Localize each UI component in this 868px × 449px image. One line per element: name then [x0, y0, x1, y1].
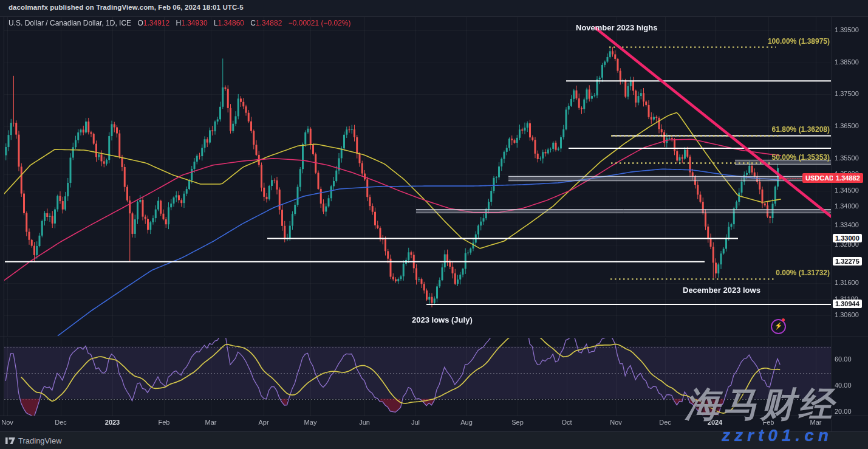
- time-axis-month-label: Dec: [55, 419, 67, 426]
- time-axis-month-label: Oct: [561, 419, 572, 426]
- price-axis-label: 1.30600: [835, 311, 859, 318]
- symbol-legend: U.S. Dollar / Canadian Dollar, 1D, ICE O…: [9, 19, 351, 27]
- rsi-axis-label: 60.00: [835, 355, 852, 363]
- price-axis-label: 1.35500: [835, 154, 859, 162]
- price-scale-border: [832, 17, 832, 431]
- price-line-badge: 1.32275: [833, 257, 862, 266]
- last-price-symbol-badge: USDCAD: [802, 173, 837, 183]
- price-axis-label: 1.36500: [835, 122, 859, 129]
- time-axis-year-label: 2023: [105, 419, 120, 426]
- price-axis-label: 1.34500: [835, 187, 859, 194]
- time-axis-month-label: Apr: [258, 419, 268, 426]
- price-axis-label: 1.33400: [835, 221, 859, 228]
- fib-level-label: 50.00% (1.35353): [607, 153, 830, 162]
- high-label: H: [176, 19, 182, 27]
- open-label: O: [137, 19, 143, 27]
- time-axis-month-label: Jun: [359, 419, 370, 426]
- fib-level-label: 61.80% (1.36208): [607, 125, 830, 134]
- price-axis-label: 1.39500: [835, 26, 859, 33]
- publish-text: dacolmanfx published on TradingView.com,…: [9, 4, 244, 11]
- time-axis-month-label: Feb: [159, 419, 170, 426]
- watermark-cn: 海马财经: [685, 382, 867, 428]
- pane-left-border: [4, 17, 4, 416]
- open-value: 1.34912: [143, 19, 169, 27]
- time-axis-month-label: Jul: [411, 419, 420, 426]
- price-line-badge: 1.33000: [833, 234, 862, 242]
- time-axis-month-label: Dec: [659, 419, 671, 426]
- last-price-value-badge: 1.34882: [833, 173, 863, 183]
- fib-level-label: 100.00% (1.38975): [607, 37, 830, 46]
- time-axis-month-label: Aug: [460, 419, 473, 426]
- high-value: 1.34930: [181, 19, 207, 27]
- price-axis-label: 1.34000: [835, 202, 859, 210]
- change-value: −0.00021 (−0.02%): [289, 19, 351, 27]
- symbol-title: U.S. Dollar / Canadian Dollar, 1D, ICE: [9, 19, 131, 27]
- low-value: 1.34860: [218, 19, 244, 27]
- price-axis-label: 1.38500: [835, 58, 859, 66]
- lightning-red-dot: [782, 318, 785, 321]
- tradingview-brand-link[interactable]: TradingView: [18, 436, 62, 445]
- close-label: C: [250, 19, 256, 27]
- annotation-2023-lows-july: 2023 lows (July): [412, 315, 473, 324]
- price-axis-label: 1.37500: [835, 90, 859, 97]
- annotation-december-2023-lows: December 2023 lows: [683, 286, 760, 295]
- fib-level-label: 0.00% (1.31732): [607, 269, 830, 277]
- price-axis-label: 1.31600: [835, 279, 859, 286]
- price-line-badge: 1.30944: [833, 300, 862, 308]
- pane-separator[interactable]: [0, 337, 868, 337]
- time-axis-month-label: Nov: [610, 419, 622, 426]
- lightning-bolt-glyph: ⚡: [774, 322, 783, 329]
- annotation-november-2023-highs: November 2023 highs: [576, 23, 657, 32]
- tradingview-logo-icon[interactable]: [5, 436, 16, 445]
- watermark-url: zzrt01.cn: [722, 426, 833, 445]
- time-axis-month-label: Nov: [1, 419, 13, 426]
- time-axis-month-label: May: [304, 419, 317, 426]
- tradingview-snapshot: dacolmanfx published on TradingView.com,…: [0, 0, 868, 449]
- close-value: 1.34882: [256, 19, 282, 27]
- low-label: L: [214, 19, 218, 27]
- time-axis-month-label: Sep: [511, 419, 524, 426]
- publish-bar: dacolmanfx published on TradingView.com,…: [0, 0, 868, 17]
- time-axis-month-label: Mar: [205, 419, 217, 426]
